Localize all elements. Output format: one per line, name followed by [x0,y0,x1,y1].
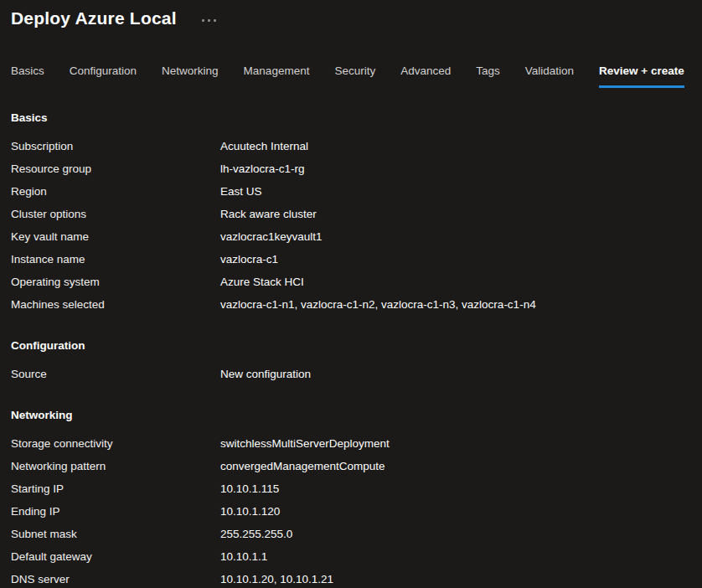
review-row: Resource group lh-vazlocra-c1-rg [11,157,691,180]
row-value: vazlocra-c1 [220,253,278,266]
section-basics: Basics Subscription Acuutech Internal Re… [11,111,691,316]
review-row: Starting IP 10.10.1.115 [11,477,691,500]
section-networking: Networking Storage connectivity switchle… [11,409,691,588]
page-header: Deploy Azure Local [0,0,702,32]
row-value: New configuration [220,368,311,380]
tab-configuration[interactable]: Configuration [70,64,137,88]
section-networking-rows: Storage connectivity switchlessMultiServ… [11,432,691,588]
row-value: vazlocrac1keyvault1 [220,230,323,243]
review-row: Cluster options Rack aware cluster [11,203,691,225]
section-basics-rows: Subscription Acuutech Internal Resource … [11,135,691,316]
row-value: 10.10.1.115 [220,482,279,495]
row-value: 10.10.1.120 [220,505,280,518]
row-label: Cluster options [11,208,220,220]
tab-management[interactable]: Management [244,64,310,88]
row-value: 10.10.1.20, 10.10.1.21 [220,573,333,585]
row-value: Azure Stack HCI [220,276,304,288]
row-label: Subnet mask [11,528,220,540]
row-value: Rack aware cluster [220,208,317,220]
row-value: East US [220,185,262,198]
tab-security[interactable]: Security [334,64,375,88]
row-label: Operating system [11,276,220,288]
row-value: 10.10.1.1 [220,550,267,563]
tab-tags[interactable]: Tags [476,64,500,88]
section-title-configuration: Configuration [11,339,691,353]
review-row: Networking pattern convergedManagementCo… [11,455,691,477]
row-value: lh-vazlocra-c1-rg [220,162,305,175]
section-configuration: Configuration Source New configuration [11,339,691,385]
row-value: 255.255.255.0 [220,528,292,540]
tab-review-create[interactable]: Review + create [599,64,684,88]
row-value: vazlocra-c1-n1, vazlocra-c1-n2, vazlocra… [220,298,536,311]
ellipsis-dot [202,19,204,22]
row-value: switchlessMultiServerDeployment [220,437,390,450]
review-row: Default gateway 10.10.1.1 [11,545,691,568]
row-label: Storage connectivity [11,437,220,450]
row-label: Machines selected [11,298,220,311]
row-label: Instance name [11,253,220,266]
row-label: Starting IP [11,482,220,495]
row-label: Region [11,185,220,198]
review-content: Basics Subscription Acuutech Internal Re… [0,111,702,588]
row-label: Source [11,368,220,380]
row-value: Acuutech Internal [220,140,308,152]
section-title-networking: Networking [11,409,691,422]
review-row: Source New configuration [11,363,691,385]
row-label: Resource group [11,162,220,175]
wizard-tab-bar: Basics Configuration Networking Manageme… [0,64,702,88]
ellipsis-dot [214,19,216,22]
ellipsis-dot [208,19,210,22]
row-label: DNS server [11,573,220,585]
review-row: DNS server 10.10.1.20, 10.10.1.21 [11,568,691,588]
review-row: Subnet mask 255.255.255.0 [11,523,691,545]
row-label: Key vault name [11,230,220,243]
review-row: Region East US [11,180,691,203]
tab-basics[interactable]: Basics [11,64,44,88]
more-options-icon[interactable] [199,16,219,25]
row-label: Default gateway [11,550,220,563]
review-row: Operating system Azure Stack HCI [11,271,691,293]
tab-advanced[interactable]: Advanced [400,64,451,88]
deploy-azure-local-page: Deploy Azure Local Basics Configuration … [0,0,702,588]
row-label: Networking pattern [11,460,220,472]
section-configuration-rows: Source New configuration [11,363,691,385]
review-row: Instance name vazlocra-c1 [11,248,691,271]
review-row: Storage connectivity switchlessMultiServ… [11,432,691,455]
page-title: Deploy Azure Local [11,6,177,31]
review-row: Ending IP 10.10.1.120 [11,500,691,523]
tab-networking[interactable]: Networking [162,64,219,88]
section-title-basics: Basics [11,111,691,125]
review-row: Subscription Acuutech Internal [11,135,691,157]
row-label: Ending IP [11,505,220,518]
review-row: Machines selected vazlocra-c1-n1, vazloc… [11,293,691,316]
review-row: Key vault name vazlocrac1keyvault1 [11,225,691,248]
row-value: convergedManagementCompute [220,460,385,472]
tab-validation[interactable]: Validation [525,64,574,88]
row-label: Subscription [11,140,220,152]
